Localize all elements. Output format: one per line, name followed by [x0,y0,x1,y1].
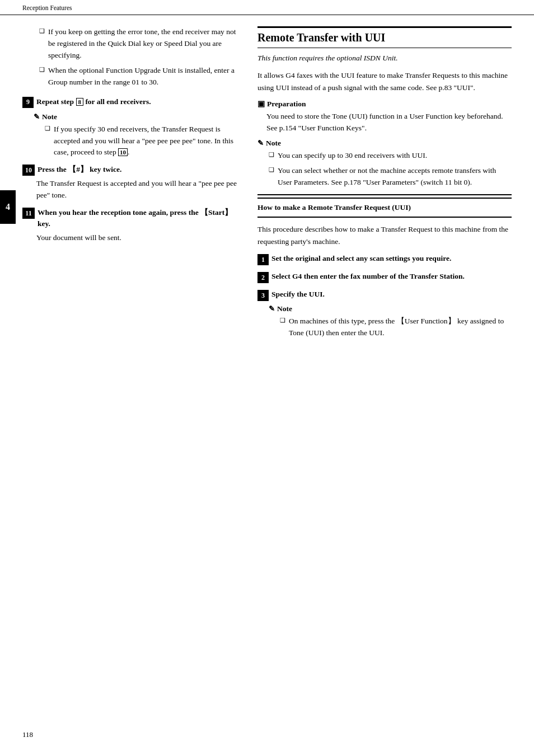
list-item: ❑ When the optional Function Upgrade Uni… [34,65,241,88]
step-11-text: When you hear the reception tone again, … [38,207,241,230]
list-item: ❑ You can specify up to 30 end receivers… [263,150,512,162]
step-9-note: ✎ Note ❑ If you specify 30 end receivers… [22,112,241,159]
how-to-body: This procedure describes how to make a T… [257,223,512,247]
list-item: ❑ You can select whether or not the mach… [263,165,512,189]
top-bullets: ❑ If you keep on getting the error tone,… [22,26,241,88]
step-10-body: The Transfer Request is accepted and you… [22,178,241,201]
right-step-3-heading: 3 Specify the UUI. [257,289,512,301]
step-9-num: 9 [22,97,34,108]
step-10-block: 10 Press the 【#】 key twice. The Transfer… [22,164,241,201]
right-step-3-num: 3 [257,290,269,301]
content-area: ❑ If you keep on getting the error tone,… [0,15,534,367]
right-note-bullets: ❑ You can specify up to 30 end receivers… [257,150,512,189]
italic-intro: This function requires the optional ISDN… [257,53,512,64]
right-step-3-note-heading: ✎ Note [269,304,512,313]
note-pencil-icon-2: ✎ [269,304,275,313]
note-icon: ✎ [34,112,40,121]
step-11-block: 11 When you hear the reception tone agai… [22,207,241,243]
right-step-3-block: 3 Specify the UUI. ✎ Note ❑ On machines … [257,289,512,339]
right-step-1-heading: 1 Set the original and select any scan s… [257,253,512,265]
body-text-1: It allows G4 faxes with the UUI feature … [257,69,512,93]
left-column: ❑ If you keep on getting the error tone,… [22,26,241,345]
step-11-num: 11 [22,208,35,219]
list-item: ❑ If you specify 30 end receivers, the T… [39,124,241,159]
step-10-heading: 10 Press the 【#】 key twice. [22,164,241,176]
right-step-3-text: Specify the UUI. [271,289,325,300]
right-step-3-note-bullets: ❑ On machines of this type, press the 【U… [269,316,512,339]
right-column: Remote Transfer with UUI This function r… [257,26,512,345]
note-heading: ✎ Note [34,112,241,121]
right-step-2-block: 2 Select G4 then enter the fax number of… [257,271,512,283]
step-11-body: Your document will be sent. [22,232,241,244]
how-to-box: How to make a Remote Transfer Request (U… [257,198,512,218]
preparation-icon: ▣ [257,99,265,109]
right-step-2-text: Select G4 then enter the fax number of t… [271,271,465,282]
checkbox-icon: ❑ [280,317,285,324]
how-to-title: How to make a Remote Transfer Request (U… [257,202,512,213]
step-9-block: 9 Repeat step 8 for all end receivers. ✎… [22,96,241,159]
right-step-1-block: 1 Set the original and select any scan s… [257,253,512,265]
note-bullets: ❑ If you specify 30 end receivers, the T… [34,124,241,159]
checkbox-icon: ❑ [45,125,50,132]
page-number: 118 [22,730,33,739]
list-item: ❑ If you keep on getting the error tone,… [34,26,241,62]
step-10-text: Press the 【#】 key twice. [38,164,121,175]
preparation-title: ▣ Preparation [257,99,512,109]
right-step-3-note: ✎ Note ❑ On machines of this type, press… [257,304,512,339]
step-10-num: 10 [22,165,35,176]
chapter-tab: 4 [0,190,16,224]
right-step-2-heading: 2 Select G4 then enter the fax number of… [257,271,512,283]
list-item: ❑ On machines of this type, press the 【U… [274,316,512,339]
section-title: Remote Transfer with UUI [257,26,512,48]
checkbox-icon: ❑ [269,166,274,173]
step-9-text: Repeat step 8 for all end receivers. [36,96,151,107]
breadcrumb: Reception Features [0,0,534,15]
page: Reception Features 4 ❑ If you keep on ge… [0,0,534,756]
preparation-body: You need to store the Tone (UUI) functio… [257,111,512,134]
step-9-heading: 9 Repeat step 8 for all end receivers. [22,96,241,108]
step-11-heading: 11 When you hear the reception tone agai… [22,207,241,230]
right-step-2-num: 2 [257,272,269,283]
right-note-heading: ✎ Note [257,139,512,148]
checkbox-icon: ❑ [39,27,45,35]
right-step-1-num: 1 [257,254,269,265]
right-note-block: ✎ Note ❑ You can specify up to 30 end re… [257,139,512,189]
checkbox-icon: ❑ [39,66,45,73]
checkbox-icon: ❑ [269,151,274,158]
note-pencil-icon: ✎ [257,139,264,148]
right-step-1-text: Set the original and select any scan set… [271,253,451,264]
divider [257,194,512,195]
